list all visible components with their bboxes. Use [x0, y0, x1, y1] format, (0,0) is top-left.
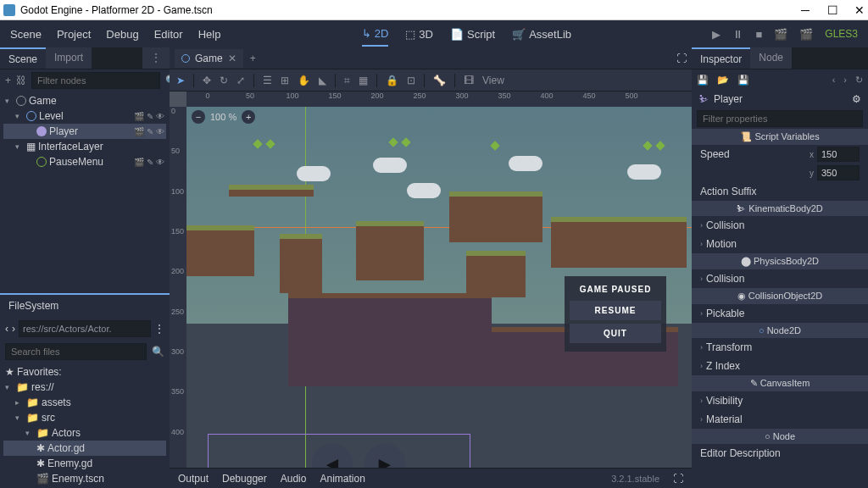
fs-search-input[interactable] [5, 343, 147, 360]
group-motion[interactable]: ›Motion [692, 235, 868, 253]
mode-2d[interactable]: ↳ 2D [362, 27, 389, 47]
tab-scene[interactable]: Scene [0, 47, 46, 69]
link-icon[interactable]: ⛓ [16, 75, 26, 86]
history-back-icon[interactable]: ‹ [832, 75, 836, 85]
menu-project[interactable]: Project [57, 28, 91, 41]
anim-icon[interactable]: 🎞 [464, 75, 474, 86]
edit-icon[interactable]: ✎ [147, 112, 153, 121]
snap-icon[interactable]: ⊞ [281, 75, 289, 86]
disk-icon[interactable]: 💾 [737, 75, 749, 86]
menu-editor[interactable]: Editor [154, 28, 183, 41]
fullscreen-icon[interactable]: ⛶ [673, 473, 683, 485]
snap-options-icon[interactable]: ⌗ [344, 75, 350, 86]
fs-actors[interactable]: ▾📁Actors [3, 425, 166, 441]
search-icon[interactable]: 🔍 [152, 346, 164, 358]
view-menu[interactable]: View [482, 75, 504, 86]
group-collision[interactable]: ›Collision [692, 216, 868, 235]
tree-node-level[interactable]: ▾ Level 🎬✎👁 [3, 108, 166, 124]
select-tool-icon[interactable]: ➤ [176, 75, 185, 86]
group-transform[interactable]: ›Transform [692, 338, 868, 357]
mode-3d[interactable]: ⬚ 3D [405, 22, 433, 47]
move-tool-icon[interactable]: ✥ [203, 75, 211, 86]
pause-button[interactable]: ⏸ [732, 28, 743, 41]
open-resource-icon[interactable]: 📂 [717, 75, 729, 86]
back-icon[interactable]: ‹ [5, 323, 8, 335]
edit-icon[interactable]: ✎ [147, 158, 153, 167]
grid-icon[interactable]: ▦ [359, 75, 368, 86]
rotate-tool-icon[interactable]: ↻ [220, 75, 228, 86]
close-tab-icon[interactable]: ✕ [228, 53, 236, 64]
add-scene-tab[interactable]: + [243, 53, 263, 64]
group-visibility[interactable]: ›Visibility [692, 391, 868, 410]
fs-src[interactable]: ▾📁src [3, 410, 166, 425]
filter-nodes-input[interactable] [31, 72, 160, 89]
fs-root[interactable]: ▾📁res:// [3, 380, 166, 395]
section-script-vars[interactable]: 📜 Script Variables [692, 129, 868, 145]
tree-node-pausemenu[interactable]: PauseMenu 🎬✎👁 [3, 154, 166, 169]
tab-inspector[interactable]: Inspector [692, 47, 750, 69]
section-node2d[interactable]: ○ Node2D [692, 323, 868, 338]
panel-menu-icon[interactable]: ⋮ [142, 47, 170, 69]
section-canvasitem[interactable]: ✎ CanvasItem [692, 375, 868, 391]
section-kinematic[interactable]: ⛷ KinematicBody2D [692, 201, 868, 216]
visible-icon[interactable]: 👁 [156, 127, 164, 136]
game-canvas[interactable]: − 100 % + [186, 107, 692, 468]
group-material[interactable]: ›Material [692, 410, 868, 429]
stop-button[interactable]: ■ [755, 28, 762, 41]
section-node[interactable]: ○ Node [692, 429, 868, 444]
fs-favorites[interactable]: ★Favorites: [3, 364, 166, 380]
tree-node-game[interactable]: ▾ Game [3, 93, 166, 108]
history-icon[interactable]: ↻ [855, 75, 863, 86]
viewport-2d[interactable]: 050100150200250300350400450500 050100150… [170, 92, 692, 468]
fs-file-enemy-gd[interactable]: ✱Enemy.gd [3, 456, 166, 471]
visible-icon[interactable]: 👁 [156, 112, 164, 121]
panel-animation[interactable]: Animation [320, 473, 364, 485]
panel-debugger[interactable]: Debugger [222, 473, 267, 485]
close-button[interactable]: ✕ [854, 5, 865, 15]
resume-button[interactable]: RESUME [570, 301, 661, 320]
quit-button[interactable]: QUIT [570, 324, 661, 343]
script-icon[interactable]: 🎬 [134, 127, 144, 136]
group-collision2[interactable]: ›Collision [692, 269, 868, 288]
script-icon[interactable]: 🎬 [134, 158, 144, 167]
fs-file-enemy-tscn[interactable]: 🎬Enemy.tscn [3, 471, 166, 486]
history-fwd-icon[interactable]: › [843, 75, 847, 85]
menu-scene[interactable]: Scene [10, 28, 42, 41]
section-collisionobj[interactable]: ◉ CollisionObject2D [692, 288, 868, 304]
group-pickable[interactable]: ›Pickable [692, 304, 868, 323]
bone-icon[interactable]: 🦴 [433, 75, 446, 86]
maximize-button[interactable]: ☐ [827, 5, 837, 15]
tab-node[interactable]: Node [750, 47, 792, 69]
tree-node-player[interactable]: Player 🎬✎👁 [3, 124, 166, 139]
tool-icon[interactable]: ⚙ [852, 93, 861, 105]
fs-menu-icon[interactable]: ⋮ [154, 323, 164, 335]
tree-node-interface[interactable]: ▾▦ InterfaceLayer [3, 139, 166, 154]
scale-tool-icon[interactable]: ⤢ [236, 75, 245, 86]
lock-icon[interactable]: 🔒 [386, 75, 398, 86]
fs-path-input[interactable] [19, 320, 151, 337]
zoom-out-button[interactable]: − [192, 110, 205, 124]
speed-x-input[interactable] [817, 147, 860, 162]
mode-script[interactable]: 📄 Script [450, 22, 495, 47]
section-physics[interactable]: ⬤ PhysicsBody2D [692, 253, 868, 269]
fs-assets[interactable]: ▸📁assets [3, 395, 166, 410]
visible-icon[interactable]: 👁 [156, 158, 164, 167]
panel-output[interactable]: Output [178, 473, 209, 485]
group-icon[interactable]: ⊡ [407, 75, 415, 86]
tab-import[interactable]: Import [46, 47, 92, 69]
menu-debug[interactable]: Debug [106, 28, 138, 41]
play-button[interactable]: ▶ [712, 28, 721, 41]
ruler-tool-icon[interactable]: ◣ [319, 75, 326, 86]
speed-y-input[interactable] [817, 165, 860, 180]
mode-assetlib[interactable]: 🛒 AssetLib [512, 22, 571, 47]
save-resource-icon[interactable]: 💾 [697, 75, 709, 86]
list-tool-icon[interactable]: ☰ [263, 75, 272, 86]
renderer-selector[interactable]: GLES3 [825, 28, 858, 40]
panel-audio[interactable]: Audio [281, 473, 307, 485]
filter-properties-input[interactable] [697, 110, 863, 127]
fs-file-actor-gd[interactable]: ✱Actor.gd [3, 441, 166, 456]
minimize-button[interactable]: ─ [800, 5, 810, 15]
pan-tool-icon[interactable]: ✋ [298, 75, 310, 86]
play-scene-button[interactable]: 🎬 [774, 28, 787, 41]
group-zindex[interactable]: ›Z Index [692, 357, 868, 375]
